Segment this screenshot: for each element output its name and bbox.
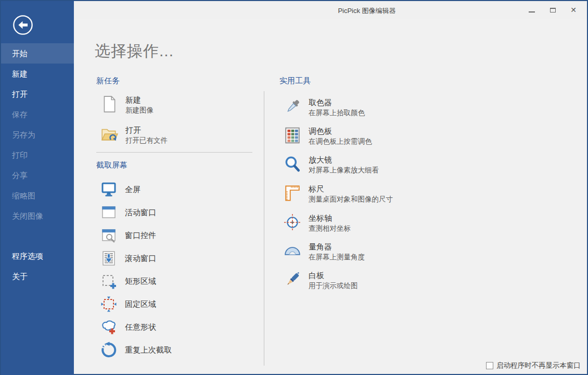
sidebar-item-share: 分享 (1, 165, 74, 185)
right-column: 实用工具 取色器 在屏幕上拾取颜色 (279, 1, 498, 375)
item-title: 坐标轴 (309, 214, 351, 223)
item-subtitle: 测量桌面对象和图像的尺寸 (309, 195, 393, 204)
item-title: 标尺 (309, 184, 393, 194)
sidebar: 开始 新建 打开 保存 另存为 打印 分享 缩略图 关闭图像 程序选项 关于 (1, 1, 74, 375)
item-title: 任意形状 (125, 322, 156, 332)
checkbox-label: 启动程序时不再显示本窗口 (496, 361, 581, 370)
capture-scrolling-window-item[interactable]: 滚动窗口 (96, 249, 156, 267)
item-subtitle: 在调色板上按需调色 (309, 137, 372, 146)
sidebar-item-about[interactable]: 关于 (1, 266, 74, 286)
freehand-shape-icon (100, 319, 117, 335)
crosshair-icon (284, 214, 301, 231)
picpick-backstage-window: PicPick 图像编辑器 ✕ 开始 新建 打开 保存 另存为 打印 分享 缩略… (0, 0, 588, 375)
section-divider (96, 152, 252, 153)
sidebar-item-options[interactable]: 程序选项 (1, 246, 74, 266)
item-title: 放大镜 (309, 155, 379, 165)
sidebar-footer-nav: 程序选项 关于 (1, 246, 74, 286)
item-title: 滚动窗口 (125, 254, 156, 264)
startup-hide-checkbox[interactable]: 启动程序时不再显示本窗口 (486, 361, 581, 370)
item-title: 量角器 (309, 242, 365, 252)
fixed-region-icon (100, 296, 117, 312)
magnifier-item[interactable]: 放大镜 对屏幕上像素放大细看 (279, 155, 379, 174)
minimize-icon (529, 11, 535, 12)
open-folder-icon (100, 126, 118, 143)
sidebar-item-save: 保存 (1, 104, 74, 124)
active-window-icon (100, 204, 117, 221)
capture-freehand-item[interactable]: 任意形状 (96, 318, 156, 336)
protractor-item[interactable]: 量角器 在屏幕上测量角度 (279, 242, 365, 261)
close-button[interactable]: ✕ (563, 2, 584, 18)
item-subtitle: 在屏幕上测量角度 (309, 253, 365, 261)
window-control-icon (100, 227, 117, 244)
section-header-screen-capture: 截取屏幕 (96, 160, 127, 170)
capture-window-control-item[interactable]: 窗口控件 (96, 227, 156, 244)
item-title: 全屏 (125, 185, 140, 195)
left-column: 新任务 新建 新建图像 (96, 1, 263, 375)
item-subtitle: 查测相对坐标 (309, 224, 351, 233)
close-icon: ✕ (570, 6, 577, 14)
item-title: 固定区域 (125, 299, 156, 309)
crosshair-item[interactable]: 坐标轴 查测相对坐标 (279, 214, 351, 233)
item-title: 窗口控件 (125, 231, 156, 241)
new-document-icon (100, 95, 118, 113)
color-palette-item[interactable]: 调色板 在调色板上按需调色 (279, 127, 372, 146)
color-picker-item[interactable]: 取色器 在屏幕上拾取颜色 (279, 98, 365, 117)
rectangle-region-icon (100, 273, 117, 290)
maximize-icon (550, 8, 556, 12)
sidebar-item-print: 打印 (1, 145, 74, 165)
sidebar-item-home[interactable]: 开始 (1, 43, 74, 64)
whiteboard-icon (284, 271, 301, 289)
open-file-item[interactable]: 打开 打开已有文件 (96, 126, 168, 145)
color-picker-icon (284, 98, 301, 116)
capture-repeat-item[interactable]: 重复上次截取 (96, 341, 172, 359)
sidebar-item-save-as: 另存为 (1, 124, 74, 145)
item-subtitle: 在屏幕上拾取颜色 (309, 108, 365, 117)
sidebar-nav: 开始 新建 打开 保存 另存为 打印 分享 缩略图 关闭图像 (1, 43, 74, 226)
item-title: 重复上次截取 (125, 345, 172, 355)
checkbox-box-icon[interactable] (486, 362, 493, 369)
maximize-button[interactable] (542, 2, 563, 18)
protractor-icon (284, 242, 301, 260)
magnifier-icon (284, 155, 301, 173)
color-palette-icon (284, 127, 301, 144)
section-header-tools: 实用工具 (279, 76, 311, 86)
item-title: 调色板 (309, 127, 372, 136)
repeat-last-capture-icon (100, 342, 117, 358)
window-controls: ✕ (521, 1, 584, 19)
capture-fullscreen-item[interactable]: 全屏 (96, 181, 140, 198)
capture-active-window-item[interactable]: 活动窗口 (96, 204, 156, 221)
section-header-new-task: 新任务 (96, 76, 120, 86)
item-subtitle: 用于演示或绘图 (309, 281, 358, 290)
item-title: 矩形区域 (125, 277, 156, 286)
back-button[interactable] (12, 14, 34, 36)
item-title: 取色器 (309, 98, 365, 107)
sidebar-item-close-image: 关闭图像 (1, 206, 74, 226)
ruler-item[interactable]: 标尺 测量桌面对象和图像的尺寸 (279, 184, 393, 204)
sidebar-item-new[interactable]: 新建 (1, 64, 74, 84)
item-subtitle: 对屏幕上像素放大细看 (309, 166, 379, 174)
capture-fixed-region-item[interactable]: 固定区域 (96, 295, 156, 313)
sidebar-item-thumbnail: 缩略图 (1, 185, 74, 206)
column-divider (264, 91, 264, 366)
item-subtitle: 新建图像 (125, 106, 154, 115)
ruler-icon (284, 184, 301, 202)
sidebar-item-open[interactable]: 打开 (1, 84, 74, 104)
item-title: 活动窗口 (125, 208, 156, 218)
minimize-button[interactable] (521, 2, 542, 18)
capture-rectangle-item[interactable]: 矩形区域 (96, 272, 156, 290)
new-image-item[interactable]: 新建 新建图像 (96, 95, 154, 115)
item-title: 新建 (125, 95, 154, 105)
scrolling-window-icon (100, 250, 117, 267)
whiteboard-item[interactable]: 白板 用于演示或绘图 (279, 271, 358, 290)
fullscreen-monitor-icon (100, 181, 117, 198)
back-arrow-icon (12, 29, 34, 38)
item-title: 白板 (309, 271, 358, 280)
item-subtitle: 打开已有文件 (125, 136, 168, 145)
item-title: 打开 (125, 126, 168, 135)
